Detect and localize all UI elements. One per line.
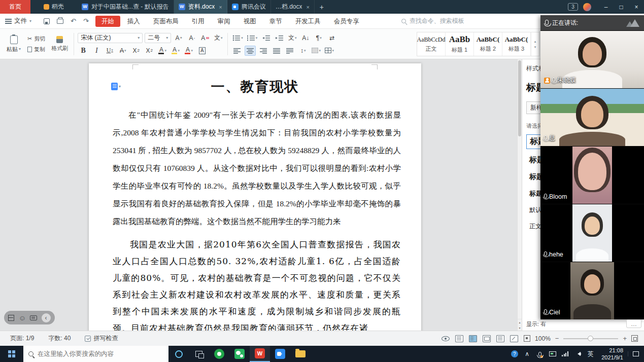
taskbar-app-browser[interactable] — [209, 346, 229, 362]
menu-tab-home[interactable]: 开始 — [95, 16, 120, 27]
language-indicator[interactable]: 英 — [584, 346, 597, 362]
numbered-list-button[interactable]: ▾ — [246, 33, 259, 43]
scroll-down-icon[interactable]: ▾ — [534, 45, 536, 49]
participant-video[interactable]: Bloom — [540, 146, 644, 204]
zoom-level[interactable]: 100% — [535, 335, 551, 342]
underline-button[interactable]: U▾ — [104, 46, 115, 56]
tab-home[interactable]: 首页 — [0, 0, 30, 14]
outline-view-button[interactable] — [469, 335, 477, 342]
style-picker-widget[interactable]: ▾ — [111, 83, 121, 90]
page-view-button[interactable] — [455, 335, 463, 342]
more-button[interactable]: … — [626, 319, 641, 328]
style-heading3[interactable]: AaBbC( 标题 3 — [502, 32, 531, 56]
close-tab-icon[interactable]: × — [219, 4, 222, 10]
superscript-button[interactable]: X2 — [130, 46, 142, 56]
menu-tab-review[interactable]: 审阅 — [212, 16, 236, 27]
menu-tab-page-layout[interactable]: 页面布局 — [147, 16, 185, 27]
clear-format-button[interactable]: A — [199, 33, 211, 43]
cortana-button[interactable] — [168, 346, 189, 362]
style-heading2[interactable]: AaBbC( 标题 2 — [474, 32, 502, 56]
zoom-in-button[interactable]: + — [623, 335, 627, 342]
floating-toolbar[interactable]: ☺ ‹ — [4, 311, 55, 324]
menu-tab-developer[interactable]: 开发工具 — [289, 16, 327, 27]
web-view-button[interactable] — [483, 335, 491, 342]
menu-tab-view[interactable]: 视图 — [238, 16, 262, 27]
participant-video[interactable]: hehe — [540, 204, 644, 262]
read-view-button[interactable] — [496, 335, 504, 342]
copy-button[interactable]: 复制 — [27, 46, 45, 53]
file-menu[interactable]: 文件 ▾ — [0, 14, 38, 28]
font-color-button[interactable]: A▾ — [183, 46, 194, 56]
collapse-icon[interactable]: ‹ — [42, 313, 51, 322]
align-right-button[interactable] — [258, 46, 269, 56]
eye-protection-icon[interactable] — [442, 336, 450, 341]
vertical-scrollbar[interactable] — [517, 59, 522, 319]
close-button[interactable]: × — [629, 0, 644, 14]
style-normal[interactable]: AaBbCcDd 正文 — [417, 32, 446, 56]
text-effects-button[interactable]: A▾ — [157, 46, 168, 56]
italic-button[interactable]: I — [91, 46, 102, 56]
zoom-out-button[interactable]: − — [555, 335, 559, 342]
justify-button[interactable] — [271, 46, 282, 56]
subscript-button[interactable]: X2 — [144, 46, 155, 56]
menu-tab-insert[interactable]: 插入 — [121, 16, 146, 27]
search-input[interactable] — [38, 350, 154, 357]
shrink-font-button[interactable]: A- — [186, 33, 197, 43]
menu-tab-references[interactable]: 引用 — [186, 16, 211, 27]
align-left-button[interactable] — [231, 46, 243, 56]
tab-docer[interactable]: 稻壳 — [30, 0, 77, 14]
show-marks-button[interactable]: ¶▾ — [313, 33, 324, 43]
line-spacing-button[interactable]: ↕▾ — [297, 46, 309, 56]
character-border-button[interactable]: A — [196, 46, 208, 56]
taskbar-app-meeting[interactable] — [270, 346, 290, 362]
fullscreen-icon[interactable] — [631, 335, 638, 342]
font-size-select[interactable]: 二号▾ — [145, 33, 171, 43]
font-name-select[interactable]: 宋体 (正文)▾ — [78, 33, 143, 43]
taskbar-app-wechat[interactable] — [229, 346, 250, 362]
tab-other-doc[interactable]: …档.docx × — [271, 0, 315, 14]
fit-page-icon[interactable] — [524, 335, 530, 342]
increase-indent-button[interactable] — [274, 33, 285, 43]
participant-video[interactable]: 朱晓蝶 — [540, 30, 644, 88]
task-view-button[interactable] — [189, 346, 209, 362]
account-avatar[interactable] — [583, 3, 591, 11]
highlight-color-button[interactable]: A▾ — [170, 46, 181, 56]
clock[interactable]: 21:08 2021/9/1 — [597, 347, 628, 361]
tab-report-doc[interactable]: W 对于中国基础...查 - 默认报告 — [77, 0, 174, 14]
borders-button[interactable]: ▾ — [324, 46, 335, 56]
volume-button[interactable] — [571, 346, 584, 362]
next-page-button[interactable]: ▾ — [517, 325, 522, 331]
participant-video[interactable]: Ciel — [540, 262, 644, 319]
taskbar-search[interactable] — [23, 346, 168, 362]
shading-button[interactable]: ▾ — [311, 46, 322, 56]
grid-tool-icon[interactable] — [8, 315, 14, 321]
tab-ziliao-doc[interactable]: W 资料.docx × — [174, 0, 227, 14]
save-icon[interactable] — [44, 18, 50, 24]
align-center-button[interactable] — [245, 46, 256, 56]
phonetic-guide-button[interactable]: 文▾ — [213, 33, 224, 43]
bullet-list-button[interactable]: ▾ — [231, 33, 244, 43]
decrease-indent-button[interactable] — [260, 33, 272, 43]
notification-center-button[interactable] — [628, 351, 643, 356]
keyboard-icon[interactable] — [30, 315, 37, 320]
meeting-window[interactable]: 正在讲话: 朱晓蝶 息 Bloom — [540, 15, 644, 319]
menu-tab-section[interactable]: 章节 — [263, 16, 288, 27]
maximize-button[interactable]: □ — [614, 0, 629, 14]
style-heading1[interactable]: AaBb 标题 1 — [446, 32, 474, 56]
face-icon[interactable]: ☺ — [19, 314, 26, 321]
document-canvas[interactable]: ▾ 一、教育现状 在"中国统计年鉴 2009"有一张关于农村小学教育情况的图表,… — [0, 59, 522, 331]
minimize-button[interactable]: – — [598, 0, 614, 14]
strikethrough-button[interactable]: A▾ — [117, 46, 128, 56]
start-button[interactable] — [0, 346, 23, 362]
help-button[interactable]: ? — [508, 346, 521, 362]
participant-video[interactable]: 息 — [540, 88, 644, 146]
format-painter-button[interactable]: 格式刷 — [49, 36, 70, 52]
grow-font-button[interactable]: A+ — [173, 33, 184, 43]
network-button[interactable] — [559, 346, 571, 362]
zoom-slider-knob[interactable] — [588, 336, 593, 341]
doc-count-badge[interactable]: 3 — [568, 3, 578, 11]
text-direction-button[interactable]: ⇄ — [326, 33, 337, 43]
command-search[interactable]: 查找命令、搜索模板 — [401, 17, 464, 25]
menu-tab-membership[interactable]: 会员专享 — [328, 16, 365, 27]
prev-page-button[interactable]: ▴ — [517, 319, 522, 325]
